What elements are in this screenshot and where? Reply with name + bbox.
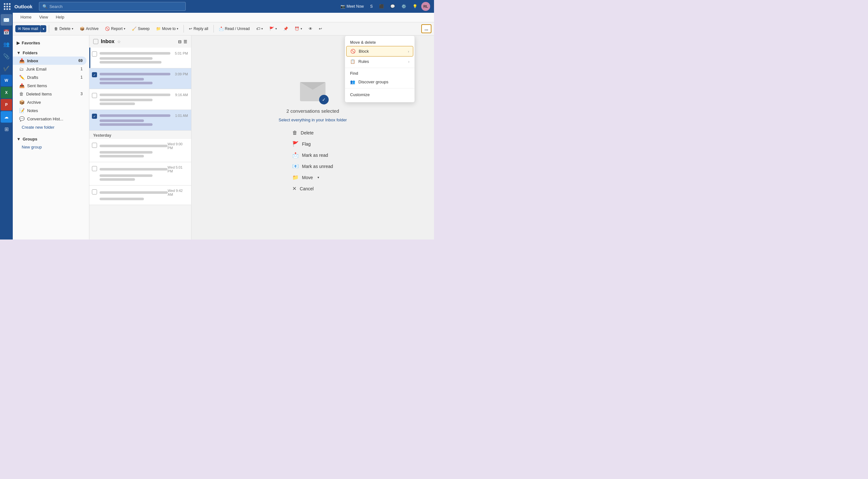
- email-content-2: 3:09 PM: [99, 71, 188, 86]
- sidebar-item-word[interactable]: W: [1, 75, 12, 86]
- title-bar-right: 📷 Meet Now S ⬛ 💬 ⚙️ 💡 RL: [338, 2, 430, 11]
- view-button[interactable]: 👁: [306, 25, 315, 32]
- sweep-button[interactable]: 🧹 Sweep: [129, 25, 152, 32]
- email-item[interactable]: ✓ 1:01 AM: [89, 110, 191, 130]
- new-group-link[interactable]: New group: [13, 143, 89, 151]
- email-item[interactable]: Wed 9:00 PM: [89, 139, 191, 162]
- sidebar-item-excel[interactable]: X: [1, 87, 12, 98]
- folder-drafts[interactable]: ✏️ Drafts 1: [13, 73, 87, 82]
- settings-button[interactable]: ⚙️: [399, 3, 409, 10]
- pin-button[interactable]: 📌: [281, 25, 291, 32]
- select-all-checkbox[interactable]: [93, 39, 98, 44]
- sidebar-item-tasks[interactable]: 📎: [1, 51, 12, 62]
- email-item[interactable]: Wed 9:42 AM: [89, 185, 191, 205]
- sidebar-item-powerpoint[interactable]: P: [1, 99, 12, 111]
- junk-icon: 🗂: [19, 66, 24, 71]
- sidebar-item-onedrive[interactable]: ☁: [1, 111, 12, 123]
- email-checkbox-4[interactable]: ✓: [92, 114, 97, 119]
- report-button[interactable]: 🚫 Report ▾: [102, 25, 128, 32]
- meet-now-button[interactable]: 📷 Meet Now: [338, 3, 366, 10]
- translate-button[interactable]: ⬛: [377, 3, 386, 10]
- move-to-button[interactable]: 📁 Move to ▾: [154, 25, 181, 32]
- action-move[interactable]: 📁 Move ▾: [290, 173, 335, 182]
- folder-deleted[interactable]: 🗑 Deleted Items 3: [13, 90, 87, 98]
- inbox-title: Inbox: [101, 39, 115, 44]
- groups-header[interactable]: ▼ Groups: [13, 136, 89, 143]
- email-item[interactable]: Wed 5:01 PM: [89, 162, 191, 185]
- block-chevron-icon: ›: [408, 50, 409, 53]
- folder-inbox[interactable]: 📥 Inbox 69: [13, 57, 87, 65]
- sidebar-item-todo[interactable]: ✔️: [1, 63, 12, 74]
- tab-view[interactable]: View: [35, 13, 52, 22]
- action-flag[interactable]: 🚩 Flag: [290, 140, 335, 148]
- email-item[interactable]: ✓ 3:09 PM: [89, 68, 191, 89]
- email-checkbox-5[interactable]: [92, 143, 97, 148]
- folder-conversation[interactable]: 💬 Conversation Hist...: [13, 115, 87, 123]
- inbox-icon: 📥: [19, 58, 25, 63]
- help-button[interactable]: 💡: [410, 3, 420, 10]
- search-bar[interactable]: 🔍: [39, 2, 186, 11]
- search-input[interactable]: [50, 4, 182, 9]
- action-list: 🗑 Delete 🚩 Flag 📩 Mark as read 📧: [290, 129, 335, 193]
- email-checkbox-7[interactable]: [92, 189, 97, 194]
- tags-button[interactable]: 🏷 ▾: [254, 25, 266, 32]
- action-cancel[interactable]: ✕ Cancel: [290, 184, 335, 193]
- sidebar-item-mail[interactable]: ✉️: [1, 14, 12, 26]
- tab-home[interactable]: Home: [17, 13, 35, 22]
- folder-archive[interactable]: 📦 Archive: [13, 98, 87, 106]
- select-all-link[interactable]: Select everything in your Inbox folder: [279, 118, 347, 122]
- rules-icon: 📋: [350, 59, 355, 64]
- filter-icon[interactable]: ⊟: [178, 39, 182, 44]
- dropdown-block-item[interactable]: 🚫 Block ›: [346, 46, 413, 57]
- flag-button[interactable]: 🚩 ▾: [267, 25, 280, 32]
- dropdown-section-find: Find: [345, 69, 414, 77]
- divider-2: [184, 25, 184, 33]
- action-mark-unread[interactable]: 📧 Mark as unread: [290, 162, 335, 171]
- app-grid-icon[interactable]: [4, 3, 10, 10]
- email-subject-2: [99, 78, 144, 81]
- delete-button[interactable]: 🗑 Delete ▾: [52, 25, 76, 32]
- email-checkbox-6[interactable]: [92, 166, 97, 171]
- chevron-down-icon: ▼: [17, 51, 21, 55]
- email-content-3: 9:16 AM: [99, 92, 188, 106]
- email-time-2: 3:09 PM: [175, 72, 188, 76]
- undo-button[interactable]: ↩: [316, 25, 324, 32]
- email-checkbox-2[interactable]: ✓: [92, 72, 97, 77]
- delete-icon: 🗑: [54, 27, 58, 31]
- reply-all-button[interactable]: ↩ Reply all: [186, 25, 211, 32]
- delete-dropdown-icon: ▾: [72, 27, 73, 30]
- tab-help[interactable]: Help: [52, 13, 68, 22]
- skype-button[interactable]: S: [368, 3, 375, 10]
- read-unread-button[interactable]: 📩 Read / Unread: [216, 25, 252, 32]
- create-folder-link[interactable]: Create new folder: [13, 123, 89, 131]
- feedback-button[interactable]: 💬: [388, 3, 398, 10]
- archive-button[interactable]: 📦 Archive: [77, 25, 101, 32]
- folders-header[interactable]: ▼ Folders: [13, 49, 89, 57]
- dropdown-customize[interactable]: Customize: [345, 90, 414, 100]
- dropdown-rules-item[interactable]: 📋 Rules ›: [345, 57, 414, 66]
- email-item[interactable]: 9:16 AM: [89, 89, 191, 110]
- move-icon: 📁: [156, 27, 161, 31]
- action-delete[interactable]: 🗑 Delete: [290, 129, 335, 137]
- sidebar-item-apps[interactable]: ⊞: [1, 123, 12, 135]
- email-checkbox-1[interactable]: [92, 52, 97, 57]
- sidebar-item-people[interactable]: 👥: [1, 38, 12, 50]
- email-item[interactable]: 5:01 PM: [89, 48, 191, 68]
- email-header-2: 3:09 PM: [99, 71, 188, 77]
- action-mark-read[interactable]: 📩 Mark as read: [290, 151, 335, 159]
- email-checkbox-3[interactable]: [92, 93, 97, 98]
- sidebar-item-calendar[interactable]: 📅: [1, 26, 12, 38]
- snooze-button[interactable]: ⏰ ▾: [292, 25, 305, 32]
- avatar[interactable]: RL: [421, 2, 430, 11]
- new-mail-dropdown[interactable]: ▾: [40, 25, 46, 32]
- more-button[interactable]: ...: [421, 24, 431, 33]
- new-mail-button[interactable]: ✉ New mail: [15, 25, 40, 32]
- folder-sent[interactable]: 📤 Sent Items: [13, 82, 87, 90]
- folder-junk[interactable]: 🗂 Junk Email 1: [13, 65, 87, 73]
- inbox-star-icon[interactable]: ☆: [117, 39, 121, 44]
- folder-notes[interactable]: 📝 Notes: [13, 106, 87, 115]
- sort-icon[interactable]: ☰: [184, 39, 187, 44]
- email-time-7: Wed 9:42 AM: [168, 189, 188, 197]
- favorites-header[interactable]: ▶ Favorites: [13, 39, 89, 47]
- dropdown-discover-groups[interactable]: 👥 Discover groups: [345, 77, 414, 87]
